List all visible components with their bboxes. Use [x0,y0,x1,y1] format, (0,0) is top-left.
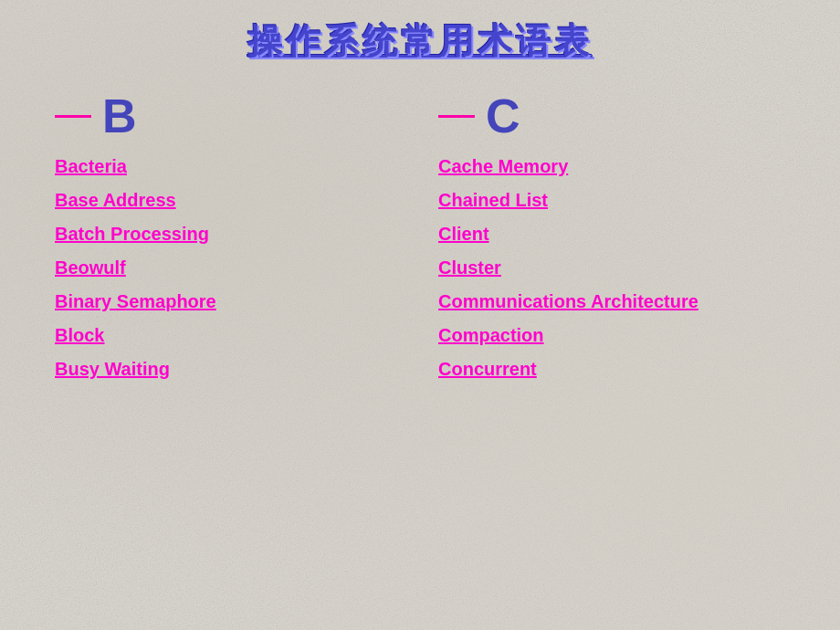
term-link-client[interactable]: Client [438,224,489,244]
column-c-letter: C [486,92,520,140]
term-link-cache-memory[interactable]: Cache Memory [438,156,568,176]
list-item: Communications Architecture [438,291,785,312]
term-link-chained-list[interactable]: Chained List [438,190,548,210]
page-container: 操作系统常用术语表 B Bacteria Base Address Batch … [0,0,840,630]
column-c-line [438,115,475,118]
list-item: Cluster [438,257,785,278]
page-title: 操作系统常用术语表 [37,18,803,65]
list-item: Client [438,224,785,245]
list-item: Cache Memory [438,156,785,177]
list-item: Beowulf [55,257,402,278]
list-item: Batch Processing [55,224,402,245]
term-list-b: Bacteria Base Address Batch Processing B… [55,156,402,393]
list-item: Chained List [438,190,785,211]
column-c: C Cache Memory Chained List Client Clust… [420,92,803,393]
column-c-header: C [438,92,785,140]
column-b-letter: B [102,92,137,140]
columns-container: B Bacteria Base Address Batch Processing… [37,92,803,393]
term-link-cluster[interactable]: Cluster [438,257,501,278]
term-link-batch-processing[interactable]: Batch Processing [55,224,209,244]
term-link-communications-architecture[interactable]: Communications Architecture [438,291,698,311]
column-b-line [55,115,91,118]
term-link-compaction[interactable]: Compaction [438,325,544,345]
term-link-block[interactable]: Block [55,325,104,345]
list-item: Concurrent [438,359,785,380]
column-b: B Bacteria Base Address Batch Processing… [37,92,420,393]
list-item: Busy Waiting [55,359,402,380]
term-link-concurrent[interactable]: Concurrent [438,359,537,379]
term-link-binary-semaphore[interactable]: Binary Semaphore [55,291,216,311]
term-link-beowulf[interactable]: Beowulf [55,257,126,278]
list-item: Compaction [438,325,785,346]
column-b-header: B [55,92,402,140]
list-item: Block [55,325,402,346]
list-item: Binary Semaphore [55,291,402,312]
term-link-bacteria[interactable]: Bacteria [55,156,127,176]
list-item: Base Address [55,190,402,211]
term-link-busy-waiting[interactable]: Busy Waiting [55,359,170,379]
term-link-base-address[interactable]: Base Address [55,190,176,210]
term-list-c: Cache Memory Chained List Client Cluster… [438,156,785,393]
list-item: Bacteria [55,156,402,177]
